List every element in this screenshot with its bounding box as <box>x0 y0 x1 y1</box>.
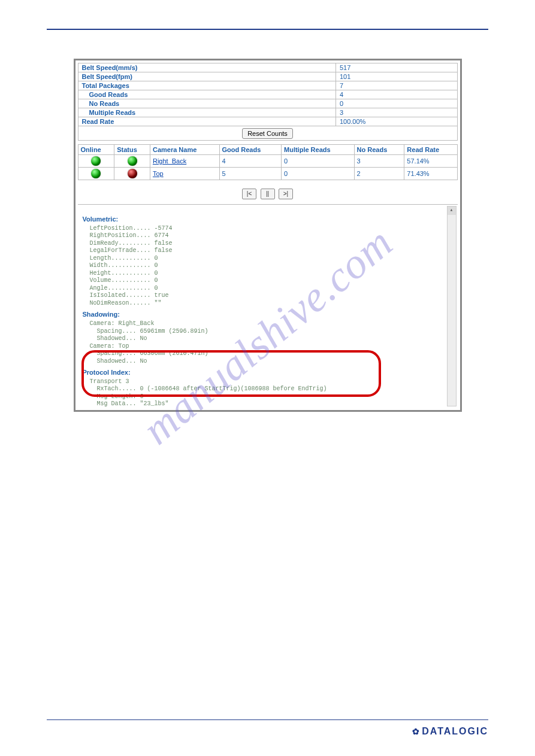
camera-header: Read Rate <box>404 145 457 155</box>
cell-multiple-reads: 0 <box>282 168 355 180</box>
reset-row: Reset Counts <box>78 126 458 141</box>
log-pane: ▴ Volumetric: LeftPosition..... -5774 Ri… <box>78 204 458 408</box>
cell-no-reads: 2 <box>354 168 404 180</box>
online-led-icon <box>91 169 101 178</box>
highlight-annotation <box>81 350 381 397</box>
cell-online <box>78 168 114 180</box>
shadowing-heading: Shadowing: <box>83 311 443 319</box>
stats-value: 3 <box>335 108 457 117</box>
online-led-icon <box>91 156 101 166</box>
cell-multiple-reads: 0 <box>282 155 355 168</box>
stats-row: Belt Speed(mm/s)517 <box>78 63 457 72</box>
stats-row: No Reads0 <box>78 99 457 108</box>
volumetric-body: LeftPosition..... -5774 RightPosition...… <box>83 225 443 308</box>
stats-value: 4 <box>335 90 457 99</box>
stats-row: Belt Speed(fpm)101 <box>78 72 457 81</box>
reset-counts-button[interactable]: Reset Counts <box>242 128 293 139</box>
footer-logo: ✿DATALOGIC <box>47 726 488 737</box>
scrollbar[interactable]: ▴ <box>447 206 457 406</box>
camera-table: OnlineStatusCamera NameGood ReadsMultipl… <box>78 144 458 180</box>
stats-label: Belt Speed(fpm) <box>78 72 335 81</box>
stats-row: Good Reads4 <box>78 90 457 99</box>
stats-label: No Reads <box>78 99 335 108</box>
camera-header: Good Reads <box>219 145 282 155</box>
page-footer: ✿DATALOGIC <box>47 719 488 737</box>
camera-header: Status <box>114 145 150 155</box>
camera-name-link[interactable]: Right_Back <box>150 155 219 168</box>
camera-header: Camera Name <box>150 145 219 155</box>
cell-read-rate: 57.14% <box>404 155 457 168</box>
status-led-icon <box>128 169 137 178</box>
camera-header: Online <box>78 145 114 155</box>
playback-controls: |< || >| <box>78 180 458 204</box>
stats-value: 517 <box>335 63 457 72</box>
camera-name-link[interactable]: Top <box>150 168 219 180</box>
diagnostics-panel: Belt Speed(mm/s)517Belt Speed(fpm)101Tot… <box>74 59 462 412</box>
scroll-up-icon[interactable]: ▴ <box>448 207 456 215</box>
stats-value: 100.00% <box>335 117 457 126</box>
stats-row: Multiple Reads3 <box>78 108 457 117</box>
stats-label: Good Reads <box>78 90 335 99</box>
header-rule <box>47 29 488 30</box>
camera-header: No Reads <box>354 145 404 155</box>
camera-header: Multiple Reads <box>282 145 355 155</box>
cell-status <box>114 155 150 168</box>
stats-label: Multiple Reads <box>78 108 335 117</box>
table-row: Right_Back40357.14% <box>78 155 457 168</box>
next-button[interactable]: >| <box>279 189 293 199</box>
cell-good-reads: 4 <box>219 155 282 168</box>
cell-no-reads: 3 <box>354 155 404 168</box>
volumetric-heading: Volumetric: <box>83 215 443 224</box>
pause-button[interactable]: || <box>261 189 275 199</box>
first-button[interactable]: |< <box>242 189 256 199</box>
stats-row: Read Rate100.00% <box>78 117 457 126</box>
stats-label: Belt Speed(mm/s) <box>78 63 335 72</box>
stats-value: 7 <box>335 81 457 90</box>
stats-row: Total Packages7 <box>78 81 457 90</box>
cell-good-reads: 5 <box>219 168 282 180</box>
stats-table: Belt Speed(mm/s)517Belt Speed(fpm)101Tot… <box>78 63 458 126</box>
stats-label: Read Rate <box>78 117 335 126</box>
stats-label: Total Packages <box>78 81 335 90</box>
table-row: Top50271.43% <box>78 168 457 180</box>
status-led-icon <box>128 156 137 166</box>
logo-icon: ✿ <box>412 727 421 736</box>
stats-value: 0 <box>335 99 457 108</box>
stats-value: 101 <box>335 72 457 81</box>
cell-online <box>78 155 114 168</box>
cell-read-rate: 71.43% <box>404 168 457 180</box>
cell-status <box>114 168 150 180</box>
